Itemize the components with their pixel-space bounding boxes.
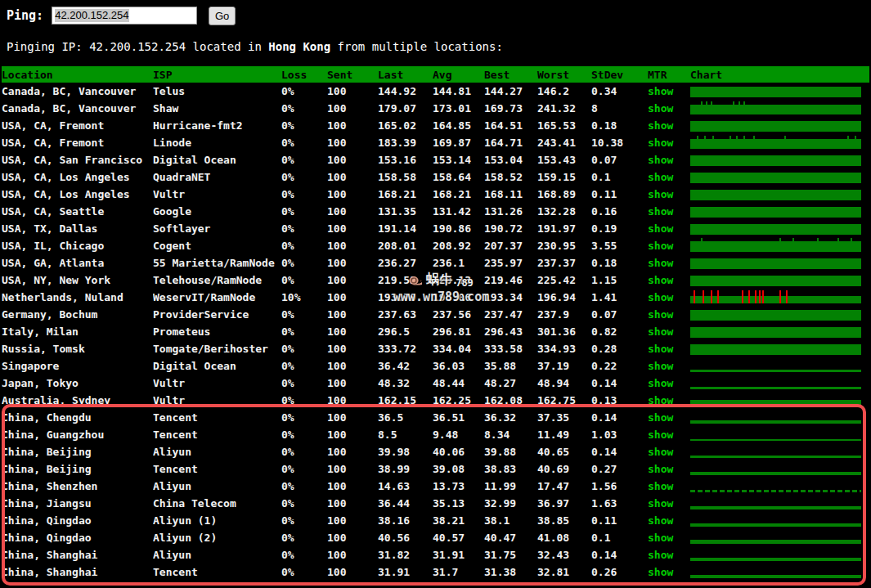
cell-worst: 225.42 (537, 272, 591, 289)
cell-loss: 0% (281, 100, 327, 117)
column-header-worst: Worst (537, 66, 591, 83)
ping-table: LocationISPLossSentLastAvgBestWorstStDev… (2, 66, 869, 581)
packet-loss-tick (742, 290, 743, 303)
latency-sparkline (690, 409, 861, 426)
cell-avg: 13.73 (433, 478, 484, 495)
mtr-show-link[interactable]: show (648, 532, 673, 544)
cell-sent: 100 (327, 306, 378, 323)
cell-sent: 100 (327, 237, 378, 254)
cell-loss: 0% (281, 546, 327, 563)
mtr-show-link[interactable]: show (648, 240, 673, 252)
latency-bar (690, 506, 861, 509)
cell-sent: 100 (327, 546, 378, 563)
cell-stdev: 0.34 (591, 83, 648, 100)
mtr-show-link[interactable]: show (648, 480, 673, 492)
status-suffix: from multiple locations: (330, 40, 503, 53)
mtr-show-link[interactable]: show (648, 343, 673, 355)
mtr-show-link[interactable]: show (648, 377, 673, 389)
cell-sent: 100 (327, 340, 378, 357)
cell-loss: 0% (281, 254, 327, 272)
cell-isp: QuadraNET (153, 168, 281, 186)
cell-stdev: 0.18 (591, 117, 648, 134)
cell-sent: 100 (327, 203, 378, 220)
cell-sent: 100 (327, 289, 378, 306)
cell-chart (690, 134, 869, 151)
latency-bar (690, 207, 861, 218)
latency-spike (712, 136, 714, 139)
mtr-show-link[interactable]: show (648, 446, 673, 458)
latency-bar (690, 173, 861, 183)
table-row: Japan, Tokyo Vultr 0% 100 48.32 48.44 48… (2, 375, 869, 392)
mtr-show-link[interactable]: show (648, 222, 673, 235)
mtr-show-link[interactable]: show (648, 119, 673, 132)
mtr-show-link[interactable]: show (648, 549, 673, 561)
mtr-show-link[interactable]: show (648, 205, 673, 218)
table-row: China, Shanghai Tencent 0% 100 31.91 31.… (2, 563, 869, 581)
latency-bar (690, 472, 861, 475)
cell-chart (690, 563, 869, 581)
cell-isp: Softlayer (153, 220, 281, 237)
mtr-show-link[interactable]: show (648, 85, 673, 97)
cell-isp: Prometeus (153, 323, 281, 340)
cell-loss: 0% (281, 220, 327, 237)
mtr-show-link[interactable]: show (648, 360, 673, 372)
mtr-show-link[interactable]: show (648, 566, 673, 578)
packet-loss-tick (717, 290, 719, 303)
cell-worst: 237.9 (537, 306, 591, 323)
mtr-show-link[interactable]: show (648, 171, 673, 183)
mtr-show-link[interactable]: show (648, 102, 673, 114)
cell-location: USA, TX, Dallas (2, 220, 153, 237)
mtr-show-link[interactable]: show (648, 514, 673, 527)
cell-last: 31.91 (378, 563, 433, 581)
cell-chart (690, 392, 869, 409)
latency-bar (690, 387, 861, 389)
cell-last: 38.16 (378, 512, 433, 529)
cell-chart (690, 168, 869, 186)
cell-sent: 100 (327, 460, 378, 478)
latency-sparkline (690, 495, 861, 512)
latency-spike (753, 136, 755, 139)
cell-sent: 100 (327, 220, 378, 237)
cell-worst: 37.35 (537, 409, 591, 426)
go-button[interactable]: Go (209, 7, 236, 25)
cell-chart (690, 512, 869, 529)
mtr-show-link[interactable]: show (648, 308, 673, 321)
cell-location: China, Beijing (2, 460, 153, 478)
ping-form: Ping: 42.200.152.254 Go (0, 0, 871, 26)
mtr-show-link[interactable]: show (648, 411, 673, 424)
mtr-show-link[interactable]: show (648, 274, 673, 286)
mtr-show-link[interactable]: show (648, 257, 673, 269)
mtr-show-link[interactable]: show (648, 325, 673, 338)
mtr-show-link[interactable]: show (648, 429, 673, 441)
cell-worst: 230.95 (537, 237, 591, 254)
table-row: Australia, Sydney Vultr 0% 100 162.15 16… (2, 392, 869, 409)
cell-isp: Linode (153, 134, 281, 151)
mtr-show-link[interactable]: show (648, 394, 673, 406)
ping-input[interactable]: 42.200.152.254 (52, 7, 197, 25)
mtr-show-link[interactable]: show (648, 137, 673, 149)
mtr-show-link[interactable]: show (648, 497, 673, 509)
table-row: China, Qingdao Aliyun (1) 0% 100 38.16 3… (2, 512, 869, 529)
cell-last: 36.44 (378, 495, 433, 512)
latency-sparkline (690, 512, 861, 529)
cell-worst: 162.75 (537, 392, 591, 409)
cell-loss: 0% (281, 512, 327, 529)
mtr-show-link[interactable]: show (648, 154, 673, 166)
cell-best: 164.51 (484, 117, 537, 134)
cell-last: 31.82 (378, 546, 433, 563)
mtr-show-link[interactable]: show (648, 463, 673, 475)
cell-avg: 334.04 (433, 340, 484, 357)
latency-bar (690, 310, 861, 321)
mtr-show-link[interactable]: show (648, 291, 673, 303)
cell-last: 158.58 (378, 168, 433, 186)
mtr-show-link[interactable]: show (648, 188, 673, 200)
cell-best: 190.72 (484, 220, 537, 237)
cell-best: 32.99 (484, 495, 537, 512)
table-row: Russia, Tomsk Tomgate/Berihoster 0% 100 … (2, 340, 869, 357)
latency-bar (690, 121, 861, 132)
cell-avg: 190.86 (433, 220, 484, 237)
table-row: USA, CA, Fremont Hurricane-fmt2 0% 100 1… (2, 117, 869, 134)
cell-location: USA, CA, Fremont (2, 117, 153, 134)
cell-best: 38.1 (484, 512, 537, 529)
cell-best: 39.88 (484, 443, 537, 460)
